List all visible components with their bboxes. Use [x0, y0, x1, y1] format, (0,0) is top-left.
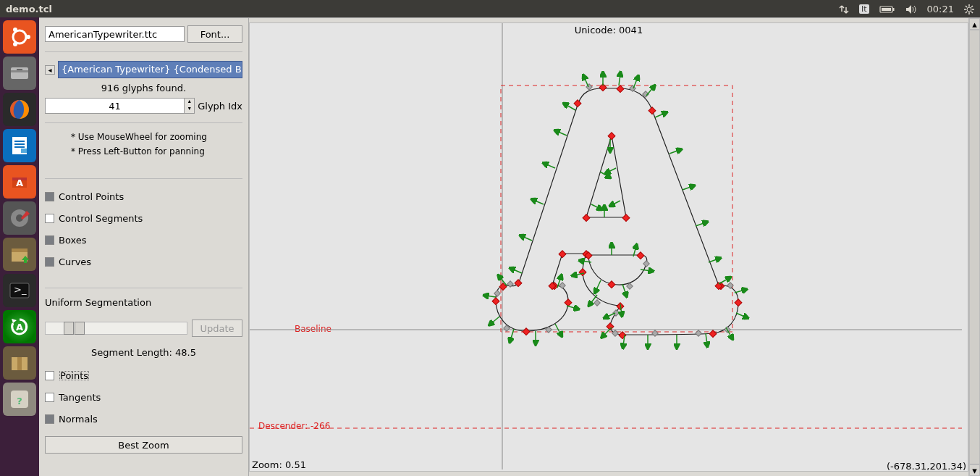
svg-line-11: [966, 12, 967, 13]
launcher-files-icon[interactable]: [3, 57, 36, 90]
volume-icon[interactable]: [905, 3, 917, 14]
svg-line-112: [557, 131, 567, 135]
svg-line-120: [510, 329, 514, 341]
check-curves[interactable]: Curves: [45, 253, 242, 270]
launcher-firefox-icon[interactable]: [3, 93, 36, 126]
font-button[interactable]: Font...: [187, 25, 242, 43]
hint-zoom: * Use MouseWheel for zooming: [45, 132, 242, 142]
hint-pan: * Press Left-Button for panning: [45, 146, 242, 156]
svg-line-133: [622, 284, 626, 295]
svg-line-91: [633, 78, 638, 88]
svg-rect-60: [735, 299, 742, 306]
svg-rect-49: [523, 328, 530, 335]
glyph-idx-spin-arrows[interactable]: ▴▾: [185, 98, 195, 114]
update-button[interactable]: Update: [192, 320, 242, 337]
svg-line-95: [683, 186, 693, 190]
svg-line-9: [971, 12, 973, 13]
svg-text:>_: >_: [14, 284, 27, 295]
svg-line-129: [607, 168, 616, 172]
svg-point-13: [26, 35, 30, 39]
app-vertical-scrollbar[interactable]: ▴ ▾: [968, 18, 980, 476]
svg-rect-65: [608, 133, 615, 140]
svg-rect-55: [579, 269, 586, 276]
scrollbar-down-icon[interactable]: ▾: [969, 464, 980, 476]
svg-line-113: [545, 164, 555, 168]
check-normals-label: Normals: [59, 414, 98, 425]
svg-line-102: [706, 333, 707, 345]
launcher-terminal-icon[interactable]: >_: [3, 274, 36, 307]
svg-rect-50: [565, 299, 572, 306]
best-zoom-button[interactable]: Best Zoom: [45, 436, 242, 454]
uniform-segmentation-label: Uniform Segmentation: [45, 297, 242, 308]
keyboard-layout-indicator[interactable]: It: [859, 4, 869, 14]
svg-line-134: [641, 270, 651, 271]
glyph-idx-input[interactable]: [45, 98, 185, 114]
svg-line-100: [736, 313, 746, 317]
system-tray: It 00:21: [839, 3, 974, 14]
svg-rect-79: [594, 300, 600, 306]
check-boxes[interactable]: Boxes: [45, 231, 242, 249]
check-control-segments[interactable]: Control Segments: [45, 209, 242, 227]
svg-line-8: [966, 6, 967, 7]
segment-length-slider[interactable]: [45, 322, 187, 335]
svg-point-14: [13, 28, 17, 32]
glyph-canvas[interactable]: Unicode: 0041 Baseline Descender: -266: [249, 22, 968, 472]
svg-rect-80: [613, 310, 619, 316]
svg-line-132: [596, 280, 601, 291]
svg-rect-31: [12, 249, 28, 252]
svg-rect-63: [649, 107, 656, 114]
svg-line-98: [719, 278, 729, 284]
launcher-writer-icon[interactable]: [3, 129, 36, 162]
launcher-package-icon[interactable]: [3, 238, 36, 271]
scrollbar-up-icon[interactable]: ▴: [969, 18, 980, 30]
svg-line-92: [646, 87, 654, 96]
svg-rect-2: [882, 8, 891, 11]
gear-icon[interactable]: [964, 3, 974, 14]
svg-line-127: [591, 204, 600, 209]
check-control-points[interactable]: Control Points: [45, 188, 242, 205]
svg-line-115: [522, 236, 532, 241]
font-list-scroll-left[interactable]: ◂: [45, 65, 55, 75]
svg-line-93: [655, 113, 665, 117]
svg-rect-64: [617, 85, 624, 93]
svg-rect-24: [21, 149, 27, 153]
check-tangents[interactable]: Tangents: [45, 388, 242, 406]
font-list-selected[interactable]: {American Typewriter} {Condensed Bold: [58, 61, 242, 78]
launcher-ubuntu-icon[interactable]: [3, 20, 36, 54]
battery-icon[interactable]: [879, 4, 895, 14]
launcher-updater-icon[interactable]: A: [3, 310, 36, 343]
svg-rect-53: [559, 251, 566, 258]
svg-line-10: [971, 6, 973, 7]
svg-rect-45: [574, 100, 581, 107]
svg-rect-17: [11, 70, 28, 72]
svg-line-97: [709, 259, 719, 262]
svg-rect-82: [652, 330, 658, 336]
svg-line-131: [581, 261, 591, 262]
launcher-help-icon[interactable]: ?: [3, 383, 36, 416]
launcher-software-icon[interactable]: A: [3, 165, 36, 199]
svg-rect-69: [637, 252, 644, 259]
svg-rect-36: [17, 357, 22, 370]
svg-rect-87: [643, 261, 649, 267]
network-icon[interactable]: [839, 3, 849, 14]
glyphs-found-label: 916 glyphs found.: [45, 83, 242, 93]
svg-rect-70: [608, 281, 615, 288]
check-points[interactable]: Points: [45, 367, 242, 384]
font-file-input[interactable]: [45, 26, 185, 42]
window-title: demo.tcl: [6, 4, 52, 14]
check-boxes-label: Boxes: [59, 235, 87, 246]
launcher-archive-icon[interactable]: [3, 346, 36, 380]
svg-line-96: [696, 222, 706, 226]
check-curves-label: Curves: [59, 256, 91, 267]
glyph-idx-label: Glyph Idx: [198, 101, 242, 112]
svg-line-99: [735, 290, 745, 293]
svg-rect-48: [492, 298, 499, 305]
check-normals[interactable]: Normals: [45, 410, 242, 427]
svg-line-119: [491, 317, 499, 324]
svg-text:A: A: [16, 322, 23, 333]
svg-line-90: [619, 74, 620, 85]
svg-line-111: [565, 104, 575, 110]
launcher-settings-icon[interactable]: [3, 201, 36, 235]
app-window: Font... ◂ {American Typewriter} {Condens…: [39, 17, 980, 476]
clock[interactable]: 00:21: [927, 4, 954, 14]
